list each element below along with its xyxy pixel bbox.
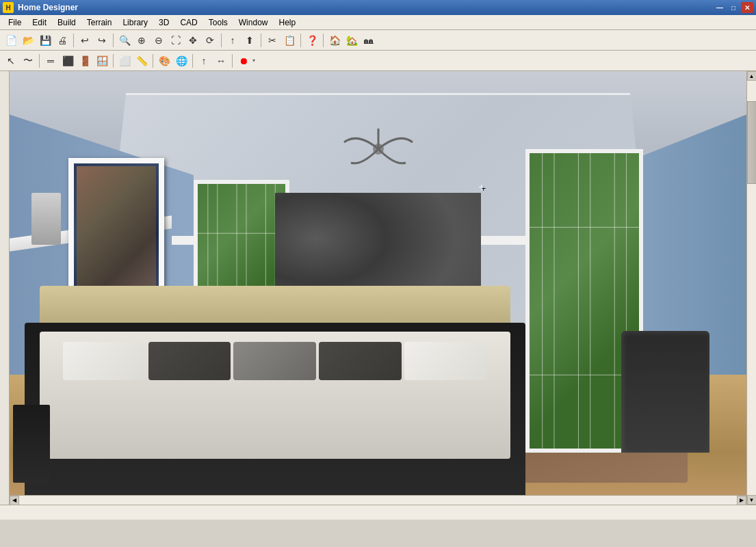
rotate-button[interactable]: ⟳ <box>202 32 218 49</box>
sep8 <box>113 54 114 68</box>
toolbar-main: 📄 📂 💾 🖨 ↩ ↪ 🔍 ⊕ ⊖ ⛶ ✥ ⟳ ↑ ⬆ ✂ 📋 ❓ 🏠 🏡 🏘 <box>0 30 756 51</box>
armchair <box>621 331 709 453</box>
sep11 <box>232 54 233 68</box>
sep1 <box>73 34 74 47</box>
help-button[interactable]: ❓ <box>304 32 320 49</box>
arrow-button2[interactable]: ⬆ <box>242 32 258 49</box>
wall-tool[interactable]: ═ <box>42 53 59 69</box>
terrain-tool[interactable]: 🌐 <box>173 53 190 69</box>
pillow-2 <box>148 342 231 380</box>
nightstand <box>13 405 50 483</box>
select-tool[interactable]: ↖ <box>3 53 19 69</box>
room-tool[interactable]: ⬛ <box>60 53 76 69</box>
window-controls: — □ ✕ <box>714 2 753 13</box>
pan-button[interactable]: ✥ <box>185 32 201 49</box>
sep7 <box>39 54 40 68</box>
sep2 <box>113 34 114 47</box>
scroll-thumb[interactable] <box>747 101 757 184</box>
zoom-in-button[interactable]: ⊕ <box>133 32 150 49</box>
door-tool[interactable]: 🚪 <box>77 53 93 69</box>
scrollbar-bottom: ◀ ▶ <box>10 495 746 505</box>
house3-button[interactable]: 🏘 <box>361 32 377 49</box>
save-button[interactable]: 💾 <box>37 32 53 49</box>
open-button[interactable]: 📂 <box>20 32 36 49</box>
3d-scene: + <box>10 71 746 505</box>
menu-edit[interactable]: Edit <box>27 16 52 29</box>
sep4 <box>261 34 261 47</box>
zoom-reset-button[interactable]: 🔍 <box>116 32 133 49</box>
undo-button[interactable]: ↩ <box>77 32 93 49</box>
cut-button[interactable]: ✂ <box>264 32 281 49</box>
sep5 <box>300 34 301 47</box>
house2-button[interactable]: 🏡 <box>343 32 360 49</box>
close-button[interactable]: ✕ <box>741 2 753 13</box>
menu-build[interactable]: Build <box>52 16 81 29</box>
scroll-right-button[interactable]: ▶ <box>737 496 746 505</box>
scroll-left-button[interactable]: ◀ <box>10 496 19 505</box>
wall-sconce-left <box>31 193 61 245</box>
bed-mattress <box>40 332 510 459</box>
window-tool[interactable]: 🪟 <box>94 53 110 69</box>
house1-button[interactable]: 🏠 <box>326 32 343 49</box>
fit-button[interactable]: ⛶ <box>168 32 184 49</box>
pillow-5 <box>404 342 487 380</box>
menu-help[interactable]: Help <box>273 16 301 29</box>
titlebar: H Home Designer — □ ✕ <box>0 0 756 15</box>
menu-3d[interactable]: 3D <box>153 16 174 29</box>
viewport[interactable]: + ◀ ▶ <box>10 71 746 505</box>
menu-file[interactable]: File <box>3 16 27 29</box>
pillows <box>63 342 487 380</box>
arrow-up-button[interactable]: ↑ <box>224 32 241 49</box>
menu-library[interactable]: Library <box>117 16 153 29</box>
pillow-3 <box>233 342 316 380</box>
material-tool[interactable]: 🎨 <box>156 53 172 69</box>
scrollbar-right: ▲ ▼ <box>746 71 756 505</box>
bed <box>25 323 525 505</box>
pillow-4 <box>319 342 402 380</box>
record-button[interactable]: ⏺ <box>235 53 252 69</box>
scroll-track-horizontal[interactable] <box>19 496 737 505</box>
menubar: File Edit Build Terrain Library 3D CAD T… <box>0 15 756 30</box>
pillow-1 <box>63 342 146 380</box>
ruler-left <box>0 71 10 505</box>
menu-tools[interactable]: Tools <box>203 16 233 29</box>
menu-window[interactable]: Window <box>233 16 274 29</box>
draw-tool[interactable]: 〜 <box>20 53 36 69</box>
redo-button[interactable]: ↪ <box>94 32 110 49</box>
dimension-tool[interactable]: 📏 <box>133 53 150 69</box>
sep10 <box>192 54 193 68</box>
app-icon: H <box>3 2 14 13</box>
bed-frame <box>25 323 525 505</box>
zoom-out-button[interactable]: ⊖ <box>151 32 167 49</box>
record-dropdown[interactable]: ▾ <box>252 57 255 64</box>
scroll-up-button[interactable]: ▲ <box>747 71 757 81</box>
scroll-track-vertical[interactable] <box>747 81 757 495</box>
stair-tool[interactable]: ⬜ <box>116 53 133 69</box>
maximize-button[interactable]: □ <box>727 2 740 13</box>
sep6 <box>323 34 324 47</box>
menu-cad[interactable]: CAD <box>174 16 203 29</box>
sep9 <box>153 54 153 68</box>
print-button[interactable]: 🖨 <box>54 32 70 49</box>
statusbar <box>0 505 756 520</box>
menu-terrain[interactable]: Terrain <box>81 16 118 29</box>
main-area: + ◀ ▶ ▲ ▼ <box>0 71 756 505</box>
window-title: Home Designer <box>18 3 714 12</box>
minimize-button[interactable]: — <box>714 2 726 13</box>
toolbar-tools: ↖ 〜 ═ ⬛ 🚪 🪟 ⬜ 📏 🎨 🌐 ↑ ↔ ⏺ ▾ <box>0 51 756 71</box>
new-button[interactable]: 📄 <box>3 32 19 49</box>
scroll-down-button[interactable]: ▼ <box>747 495 757 505</box>
mirror-tool[interactable]: ↔ <box>213 53 229 69</box>
paste-button[interactable]: 📋 <box>281 32 298 49</box>
move-up-tool[interactable]: ↑ <box>196 53 212 69</box>
sep3 <box>221 34 222 47</box>
